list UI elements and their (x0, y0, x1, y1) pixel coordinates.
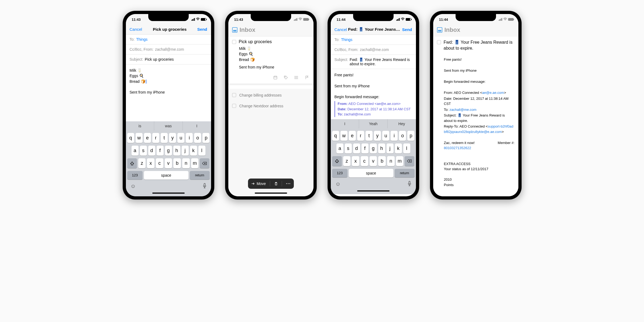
key-u[interactable]: u (382, 131, 389, 141)
key-q[interactable]: q (127, 133, 134, 143)
key-j[interactable]: j (182, 146, 189, 156)
key-y[interactable]: y (169, 133, 176, 143)
suggestion[interactable]: I (183, 121, 211, 131)
to-field[interactable]: To: Things (331, 35, 416, 45)
key-j[interactable]: j (387, 143, 394, 153)
key-l[interactable]: l (403, 143, 410, 153)
key-backspace[interactable] (200, 158, 209, 168)
mic-icon[interactable] (408, 181, 411, 188)
compose-body[interactable]: Free pants! Sent from my iPhone Begin fo… (331, 69, 416, 119)
email-link[interactable]: ae@e.ae.com (482, 91, 504, 95)
key-c[interactable]: c (156, 158, 163, 168)
key-space[interactable]: space (349, 169, 393, 177)
trash-button[interactable] (271, 182, 281, 186)
to-field[interactable]: To: Things (126, 35, 211, 44)
task-checkbox[interactable] (232, 40, 236, 44)
key-r[interactable]: r (357, 131, 364, 141)
key-k[interactable]: k (190, 146, 197, 156)
cancel-button[interactable]: Cancel (335, 27, 347, 32)
suggestion[interactable]: Yeah (359, 119, 388, 128)
key-return[interactable]: return (190, 171, 210, 180)
task-checkbox[interactable] (232, 93, 236, 97)
key-x[interactable]: x (352, 156, 359, 166)
key-shift[interactable] (332, 156, 342, 166)
suggestion[interactable]: was (154, 121, 183, 131)
subject-field[interactable]: Subject: Fwd: 👖 Your Free Jeans Reward i… (331, 55, 416, 69)
calendar-icon[interactable] (273, 75, 278, 81)
send-button[interactable]: Send (197, 27, 207, 32)
key-t[interactable]: t (366, 131, 373, 141)
key-w[interactable]: w (340, 131, 347, 141)
key-g[interactable]: g (370, 143, 377, 153)
emoji-icon[interactable]: ☺ (130, 183, 136, 190)
member-number-link[interactable]: 80103271352622 (444, 146, 471, 150)
email-link[interactable]: zachall@me.com (449, 108, 476, 112)
cancel-button[interactable]: Cancel (130, 27, 142, 32)
key-e[interactable]: e (144, 133, 151, 143)
flag-icon[interactable] (305, 75, 309, 81)
key-i[interactable]: i (391, 131, 398, 141)
key-v[interactable]: v (370, 156, 377, 166)
ccbcc-field[interactable]: Cc/Bcc, From: zachall@me.com (126, 44, 211, 54)
key-v[interactable]: v (165, 158, 172, 168)
task-checkbox[interactable] (232, 104, 236, 108)
emoji-icon[interactable]: ☺ (335, 181, 341, 188)
key-o[interactable]: o (194, 133, 201, 143)
key-123[interactable]: 123 (332, 169, 348, 177)
key-g[interactable]: g (165, 146, 172, 156)
key-123[interactable]: 123 (127, 171, 143, 180)
key-p[interactable]: p (407, 131, 414, 141)
key-w[interactable]: w (136, 133, 143, 143)
key-n[interactable]: n (182, 158, 190, 168)
key-o[interactable]: o (399, 131, 406, 141)
suggestion[interactable]: I (331, 119, 359, 128)
list-item[interactable]: Change Nextdoor address (228, 101, 314, 111)
key-e[interactable]: e (349, 131, 356, 141)
tag-icon[interactable] (284, 75, 288, 81)
key-f[interactable]: f (361, 143, 369, 153)
task-notes[interactable]: Free pants! Sent from my iPhone Begin fo… (433, 54, 518, 196)
key-t[interactable]: t (161, 133, 168, 143)
key-h[interactable]: h (173, 146, 180, 156)
key-b[interactable]: b (173, 158, 181, 168)
task-card[interactable]: Pick up groceries Milk 🥛 Eggs 🍳 Bread 🍞 … (228, 37, 314, 84)
checklist-icon[interactable] (294, 75, 299, 81)
key-u[interactable]: u (177, 133, 184, 143)
key-i[interactable]: i (186, 133, 193, 143)
task-checkbox[interactable] (437, 40, 441, 44)
compose-body[interactable]: Milk 🥛 Eggs 🍳 Bread 🍞 Sent from my iPhon… (126, 64, 211, 121)
send-button[interactable]: Send (402, 27, 412, 32)
key-q[interactable]: q (332, 131, 339, 141)
key-r[interactable]: r (152, 133, 159, 143)
more-button[interactable] (283, 183, 293, 184)
key-h[interactable]: h (378, 143, 385, 153)
key-backspace[interactable] (405, 156, 414, 166)
suggestion[interactable]: Hey (388, 119, 416, 128)
key-m[interactable]: m (191, 158, 199, 168)
key-d[interactable]: d (148, 146, 155, 156)
key-c[interactable]: c (361, 156, 368, 166)
key-z[interactable]: z (343, 156, 351, 166)
key-m[interactable]: m (396, 156, 404, 166)
task-title-row[interactable]: Fwd: 👖 Your Free Jeans Reward is about t… (433, 37, 518, 54)
key-l[interactable]: l (198, 146, 205, 156)
key-y[interactable]: y (374, 131, 381, 141)
key-x[interactable]: x (147, 158, 154, 168)
home-indicator[interactable] (152, 193, 185, 194)
key-p[interactable]: p (202, 133, 209, 143)
key-space[interactable]: space (144, 171, 188, 180)
list-item[interactable]: Change billing addresses (228, 90, 314, 101)
mic-icon[interactable] (203, 183, 206, 190)
suggestion[interactable]: is (126, 121, 154, 131)
key-b[interactable]: b (378, 156, 386, 166)
key-s[interactable]: s (345, 143, 352, 153)
key-a[interactable]: a (336, 143, 343, 153)
key-f[interactable]: f (157, 146, 164, 156)
key-n[interactable]: n (387, 156, 395, 166)
key-z[interactable]: z (138, 158, 146, 168)
key-d[interactable]: d (353, 143, 360, 153)
key-return[interactable]: return (395, 169, 415, 177)
ccbcc-field[interactable]: Cc/Bcc, From: zachall@me.com (331, 45, 416, 55)
key-a[interactable]: a (132, 146, 139, 156)
home-indicator[interactable] (255, 193, 287, 194)
